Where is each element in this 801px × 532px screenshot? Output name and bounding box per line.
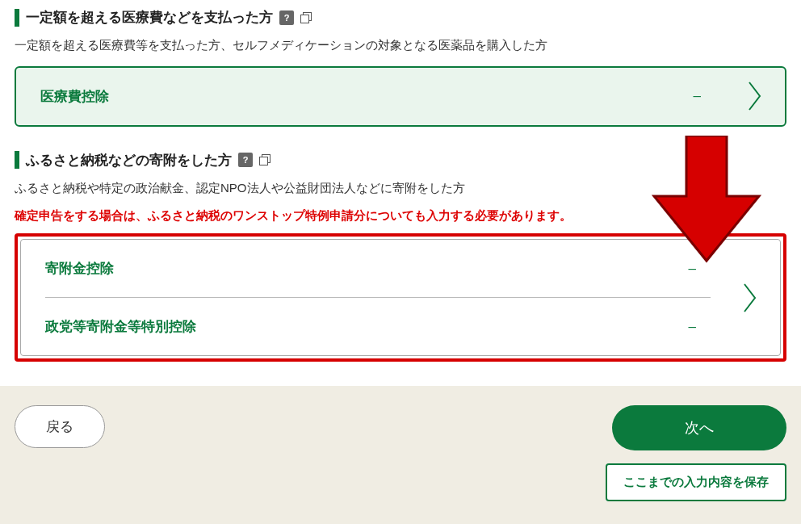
medical-item-value: – bbox=[694, 88, 701, 104]
copy-icon[interactable] bbox=[259, 154, 270, 165]
save-progress-button[interactable]: ここまでの入力内容を保存 bbox=[606, 463, 786, 501]
medical-row: 医療費控除 – bbox=[40, 68, 715, 125]
help-icon[interactable]: ? bbox=[238, 153, 253, 167]
donation-row-1: 寄附金控除 – bbox=[45, 240, 711, 297]
chevron-right-icon bbox=[735, 281, 780, 315]
footer-bar: 戻る 次へ ここまでの入力内容を保存 bbox=[0, 386, 801, 524]
medical-section-header: 一定額を超える医療費などを支払った方 ? bbox=[15, 8, 786, 27]
medical-card[interactable]: 医療費控除 – bbox=[15, 66, 786, 127]
back-button[interactable]: 戻る bbox=[15, 405, 105, 448]
chevron-right-icon bbox=[740, 79, 785, 113]
next-button[interactable]: 次へ bbox=[612, 405, 786, 450]
donation-row-2: 政党等寄附金等特別控除 – bbox=[45, 297, 711, 355]
donation-section: ふるさと納税などの寄附をした方 ? ふるさと納税や特定の政治献金、認定NPO法人… bbox=[15, 151, 786, 362]
donation-section-title: ふるさと納税などの寄附をした方 bbox=[26, 151, 232, 170]
help-icon[interactable]: ? bbox=[279, 10, 294, 25]
copy-icon[interactable] bbox=[300, 12, 312, 23]
donation-card[interactable]: 寄附金控除 – 政党等寄附金等特別控除 – bbox=[20, 239, 781, 356]
donation-section-desc: ふるさと納税や特定の政治献金、認定NPO法人や公益財団法人などに寄附をした方 bbox=[15, 179, 786, 198]
footer-right-group: 次へ ここまでの入力内容を保存 bbox=[606, 405, 786, 501]
donation-warning-text: 確定申告をする場合は、ふるさと納税のワンストップ特例申請分についても入力する必要… bbox=[15, 208, 786, 224]
medical-section: 一定額を超える医療費などを支払った方 ? 一定額を超える医療費等を支払った方、セ… bbox=[15, 8, 786, 127]
medical-item-label: 医療費控除 bbox=[40, 87, 109, 106]
donation-item-1-label: 寄附金控除 bbox=[45, 259, 114, 278]
donation-highlight-box: 寄附金控除 – 政党等寄附金等特別控除 – bbox=[15, 233, 786, 362]
section-accent-bar bbox=[15, 151, 19, 169]
donation-section-header: ふるさと納税などの寄附をした方 ? bbox=[15, 151, 786, 170]
donation-item-2-value: – bbox=[689, 319, 696, 335]
medical-section-desc: 一定額を超える医療費等を支払った方、セルフメディケーションの対象となる医薬品を購… bbox=[15, 36, 786, 55]
section-accent-bar bbox=[15, 9, 19, 27]
donation-item-1-value: – bbox=[689, 261, 696, 277]
donation-item-2-label: 政党等寄附金等特別控除 bbox=[45, 317, 196, 336]
medical-section-title: 一定額を超える医療費などを支払った方 bbox=[26, 8, 273, 27]
